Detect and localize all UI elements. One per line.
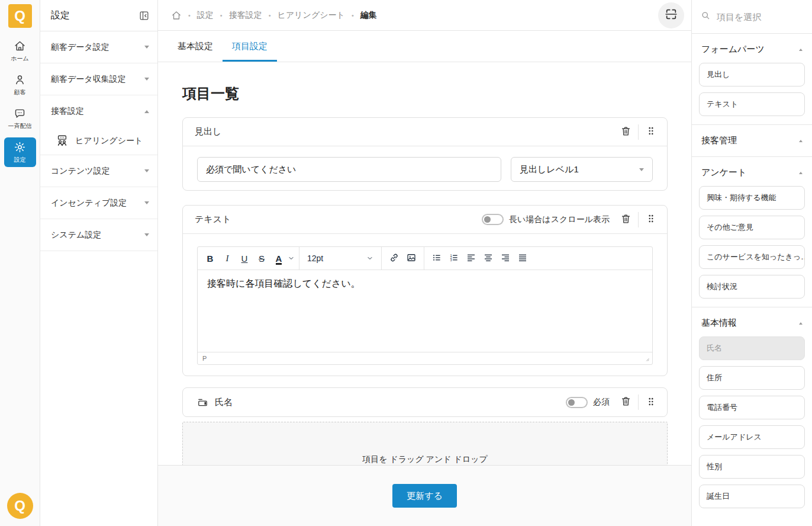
align-right-button[interactable] <box>497 249 514 267</box>
section-customer-service-mgmt: 接客管理 <box>692 125 812 157</box>
sidebar-item-incentive[interactable]: インセンティブ設定 <box>40 187 157 219</box>
gear-icon <box>14 141 26 155</box>
part-item-phone[interactable]: 電話番号 <box>699 396 805 419</box>
part-item-email[interactable]: メールアドレス <box>699 425 805 449</box>
editor-toolbar: B I U S A 12pt <box>198 247 652 270</box>
drag-handle-heading[interactable] <box>641 123 661 141</box>
part-item-birthday[interactable]: 誕生日 <box>699 485 805 508</box>
editor-content[interactable]: 接客時に各項目確認してください。 <box>198 270 652 352</box>
align-center-icon <box>483 252 494 265</box>
breadcrumb-separator: • <box>352 12 354 19</box>
chevron-down-icon <box>144 169 149 172</box>
font-size-select[interactable]: 12pt <box>304 254 377 263</box>
item-card-text: テキスト 長い場合はスクロール表示 <box>182 205 668 376</box>
sidebar-item-contents[interactable]: コンテンツ設定 <box>40 155 157 187</box>
part-item-consideration[interactable]: 検討状況 <box>699 275 805 299</box>
section-title: アンケート <box>701 167 746 178</box>
resize-grip-icon[interactable] <box>643 355 650 362</box>
sidebar-item-customer-data-collection[interactable]: 顧客データ収集設定 <box>40 63 157 95</box>
update-button[interactable]: 更新する <box>392 484 457 508</box>
drag-handle-text[interactable] <box>641 211 661 229</box>
section-basic-info-header[interactable]: 基本情報 <box>692 307 812 336</box>
align-left-icon <box>466 252 476 265</box>
sidebar-item-hearing-sheet[interactable]: ヒアリングシート <box>40 127 157 155</box>
breadcrumb-separator: • <box>188 12 191 19</box>
text-field-icon <box>195 393 210 411</box>
section-customer-service-mgmt-header[interactable]: 接客管理 <box>692 125 812 154</box>
section-form-parts-header[interactable]: フォームパーツ <box>692 34 812 63</box>
rich-text-editor: B I U S A 12pt <box>197 246 653 365</box>
item-card-name: 氏名 必須 <box>182 387 668 417</box>
chevron-up-icon <box>144 110 149 113</box>
sidebar-item-system[interactable]: システム設定 <box>40 219 157 251</box>
drag-handle-icon <box>646 126 656 138</box>
heading-level-select[interactable]: 見出しレベル1 <box>511 157 653 182</box>
numbered-list-button[interactable]: 123 <box>446 249 462 267</box>
part-item-how-found[interactable]: このサービスを知ったきっ… <box>699 245 805 269</box>
item-dropzone[interactable]: 項目を ドラッグ アンド ドロップ <box>182 422 668 465</box>
align-center-button[interactable] <box>480 249 497 267</box>
image-icon <box>406 252 417 265</box>
rail-item-broadcast[interactable]: 一斉配信 <box>4 104 36 133</box>
preview-scan-button[interactable] <box>658 2 684 28</box>
sidebar-item-customer-service[interactable]: 接客設定 <box>40 95 157 127</box>
insert-image-button[interactable] <box>403 249 420 267</box>
text-color-label: A <box>276 252 282 265</box>
part-item-text[interactable]: テキスト <box>699 92 805 116</box>
sidebar-title: 設定 <box>51 9 70 22</box>
rail-item-home[interactable]: ホーム <box>4 36 36 66</box>
align-justify-button[interactable] <box>514 249 531 267</box>
breadcrumb-link-customer-service[interactable]: 接客設定 <box>229 10 262 21</box>
rail-item-customers[interactable]: 顧客 <box>4 70 36 100</box>
strikethrough-button[interactable]: S <box>253 249 270 267</box>
trash-icon <box>620 396 631 409</box>
delete-name-button[interactable] <box>616 393 636 411</box>
parts-search-input[interactable] <box>717 12 804 22</box>
app-logo-bottom[interactable]: Q <box>7 493 33 519</box>
app-logo[interactable]: Q <box>8 4 32 28</box>
trash-icon <box>620 213 631 226</box>
drag-handle-name[interactable] <box>641 393 661 411</box>
tab-bar: 基本設定 項目設定 <box>158 31 691 62</box>
rail-item-settings[interactable]: 設定 <box>4 137 36 167</box>
section-basic-info: 基本情報 氏名 住所 電話番号 メールアドレス 性別 誕生日 <box>692 307 812 517</box>
chevron-down-icon <box>144 201 149 204</box>
sidebar-item-customer-data[interactable]: 顧客データ設定 <box>40 31 157 63</box>
chevron-down-icon <box>144 233 149 236</box>
rail-item-label: 一斉配信 <box>8 122 32 130</box>
tab-basic-settings[interactable]: 基本設定 <box>168 31 223 62</box>
part-item-interest[interactable]: 興味・期待する機能 <box>699 186 805 210</box>
tab-item-settings[interactable]: 項目設定 <box>223 31 277 62</box>
delete-heading-button[interactable] <box>616 123 636 141</box>
required-toggle[interactable] <box>566 397 588 408</box>
part-item-address[interactable]: 住所 <box>699 366 805 390</box>
font-size-value: 12pt <box>307 254 323 263</box>
scroll-display-toggle[interactable] <box>482 214 504 225</box>
breadcrumb-link-hearing-sheet[interactable]: ヒアリングシート <box>278 10 345 21</box>
bullet-list-button[interactable] <box>428 249 445 267</box>
part-item-name: 氏名 <box>699 336 805 360</box>
heading-text-input[interactable] <box>197 157 501 182</box>
part-item-other-opinions[interactable]: その他ご意見 <box>699 216 805 239</box>
bold-button[interactable]: B <box>202 249 218 267</box>
section-survey-header[interactable]: アンケート <box>692 157 812 186</box>
underline-button[interactable]: U <box>236 249 253 267</box>
part-item-heading[interactable]: 見出し <box>699 63 805 86</box>
insert-link-button[interactable] <box>386 249 402 267</box>
person-icon <box>14 73 26 87</box>
text-color-button[interactable]: A <box>270 249 287 267</box>
divider <box>638 212 639 227</box>
part-item-gender[interactable]: 性別 <box>699 455 805 479</box>
collapse-sidebar-icon[interactable] <box>138 10 150 21</box>
italic-button[interactable]: I <box>219 249 236 267</box>
dropzone-label: 項目を ドラッグ アンド ドロップ <box>362 454 488 465</box>
text-card-header: テキスト 長い場合はスクロール表示 <box>183 206 667 234</box>
delete-text-button[interactable] <box>616 211 636 229</box>
align-left-button[interactable] <box>463 249 479 267</box>
sidebar-item-label: システム設定 <box>51 230 101 240</box>
item-list-content: 項目一覧 見出し <box>158 62 691 465</box>
breadcrumb-home-icon[interactable] <box>171 10 182 21</box>
breadcrumb-link-settings[interactable]: 設定 <box>197 10 214 21</box>
drag-handle-icon <box>646 213 656 226</box>
chevron-down-icon[interactable] <box>288 255 295 262</box>
